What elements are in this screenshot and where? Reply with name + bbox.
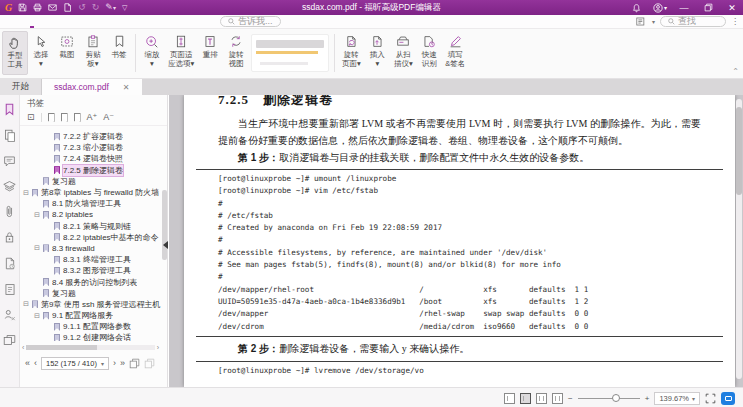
snapshot-button[interactable]: 截图 [54, 31, 80, 75]
new-doc-icon[interactable] [63, 3, 72, 12]
quick-recognize-button[interactable]: 快速 识别 [416, 31, 442, 75]
previous-view-icon[interactable] [129, 358, 140, 369]
scroll-left-icon[interactable]: ‹ [22, 344, 24, 351]
fullscreen-icon[interactable] [705, 393, 716, 404]
hand-tool-button[interactable]: 手型 工具 [2, 31, 28, 75]
previous-page-button[interactable]: ‹ [34, 358, 37, 368]
menu-item[interactable] [8, 15, 24, 28]
facing-view-icon[interactable] [536, 393, 547, 404]
select-button[interactable]: 选择 ▾ [28, 31, 54, 75]
bookmark-item[interactable]: 8.2.1 策略与规则链 [20, 221, 161, 232]
page-number-input[interactable]: 152 (175 / 410) ▾ [41, 357, 109, 370]
bookmark-item[interactable]: 8.2.2 iptables中基本的命令 [20, 232, 161, 243]
scrollbar-thumb[interactable] [736, 107, 742, 195]
next-page-button[interactable]: › [113, 358, 116, 368]
mail-icon[interactable] [48, 3, 57, 12]
menu-item[interactable] [152, 15, 168, 28]
zoom-button[interactable]: 缩放 ▾ [139, 31, 165, 75]
larger-text-icon[interactable]: A⁺ [87, 113, 98, 122]
pen-icon[interactable]: ✎▾ [105, 3, 116, 13]
bookmark-item[interactable]: 复习题 [20, 176, 161, 187]
document-viewport[interactable]: 7.2.5 删除逻辑卷 当生产环境中想要重新部署 LVM 或者不再需要使用 LV… [169, 95, 743, 387]
menu-item[interactable] [104, 15, 120, 28]
menu-item[interactable] [72, 15, 88, 28]
continuous-facing-view-icon[interactable] [552, 393, 563, 404]
fit-page-options-button[interactable]: 页面适 应选项▾ [165, 31, 197, 75]
expand-bookmark-icon[interactable] [48, 113, 55, 122]
stamp-icon[interactable] [4, 309, 16, 321]
close-tab-icon[interactable]: ✕ [123, 83, 130, 92]
zoom-slider[interactable] [578, 398, 640, 399]
expand-toggle-icon[interactable]: ⊟ [34, 244, 43, 252]
account-icon[interactable]: ▾ [649, 0, 671, 15]
bookmark-item[interactable]: 7.2.2 扩容逻辑卷 [20, 131, 161, 142]
bookmark-item[interactable]: 9.1.1 配置网络参数 [20, 321, 161, 332]
add-bookmark-icon[interactable] [61, 113, 68, 122]
bookmark-button[interactable]: 书签 [106, 31, 132, 75]
first-page-button[interactable]: « [25, 358, 30, 368]
menu-item[interactable] [120, 15, 136, 28]
expand-toggle-icon[interactable]: ⊟ [23, 300, 32, 308]
menu-item[interactable] [56, 15, 72, 28]
next-view-icon[interactable] [144, 358, 155, 369]
customize-toolbar-icon[interactable]: ▽ [122, 3, 127, 12]
digital-signature-icon[interactable] [4, 257, 16, 270]
menu-item[interactable] [88, 15, 104, 28]
panel-horizontal-scrollbar[interactable]: ‹ › [22, 344, 159, 351]
destinations-icon[interactable] [4, 283, 16, 296]
smaller-text-icon[interactable]: A⁻ [103, 113, 114, 122]
reflow-button[interactable]: 重排 [197, 31, 223, 75]
bookmark-item[interactable]: ⊟ 8.3 firewalld [20, 243, 161, 254]
menu-item[interactable] [24, 15, 40, 28]
bookmark-item[interactable]: ⊟ 第8章 iptables 与 firewalld 防火墙 [20, 187, 161, 198]
bookmark-item[interactable]: 8.4 服务的访问控制列表 [20, 276, 161, 287]
menu-item[interactable] [200, 15, 216, 28]
single-page-view-icon[interactable] [504, 393, 515, 404]
security-icon[interactable] [4, 231, 15, 244]
bookmark-item[interactable]: 复习题 [20, 288, 161, 299]
panel-collapse-handle[interactable] [163, 241, 168, 249]
zoom-out-icon[interactable]: − [568, 394, 573, 403]
bookmark-item[interactable]: ⊟ 8.2 iptables [20, 209, 161, 220]
view-options-icon[interactable] [636, 17, 647, 26]
undo-icon[interactable]: ↺ [78, 3, 86, 12]
bookmark-item[interactable]: 7.2.4 逻辑卷快照 [20, 153, 161, 164]
chevron-down-icon[interactable]: ▾ [652, 18, 655, 25]
clipboard-button[interactable]: 剪贴 板▾ [80, 31, 106, 75]
rotate-page-button[interactable]: 旋转 页面▾ [338, 31, 364, 75]
next-bookmark-icon[interactable] [74, 113, 81, 122]
menu-item[interactable] [40, 15, 56, 28]
zoom-slider-thumb[interactable] [612, 394, 620, 402]
collapse-ribbon-icon[interactable]: ⌃ [732, 67, 739, 76]
more-options-icon[interactable]: ⋮ [731, 17, 739, 26]
split-view-icon[interactable] [3, 334, 16, 346]
last-page-button[interactable]: » [120, 358, 125, 368]
expand-toggle-icon[interactable]: ⊟ [34, 312, 43, 320]
bell-icon[interactable] [625, 0, 647, 15]
layers-icon[interactable] [3, 180, 16, 192]
bookmark-item[interactable]: 8.3.2 图形管理工具 [20, 265, 161, 276]
continuous-view-icon[interactable] [520, 393, 531, 404]
page-thumbnails-icon[interactable] [4, 129, 16, 142]
fill-sign-button[interactable]: 填写 &签名 [442, 31, 468, 75]
tab-document[interactable]: ssdax.com.pdf ✕ [42, 79, 142, 95]
menu-item[interactable] [168, 15, 184, 28]
bookmark-item[interactable]: 9.1.2 创建网络会话 [20, 332, 161, 341]
scroll-right-icon[interactable]: › [157, 344, 159, 351]
bookmark-item[interactable]: 7.2.3 缩小逻辑卷 [20, 142, 161, 153]
zoom-in-icon[interactable]: + [645, 394, 650, 403]
from-scanner-button[interactable]: 从扫 描仪▾ [390, 31, 416, 75]
bookmark-item[interactable]: ⊟ 第9章 使用 ssh 服务管理远程主机 [20, 299, 161, 310]
tell-me-search[interactable]: 告诉我... [220, 16, 281, 27]
print-icon[interactable] [33, 3, 42, 12]
zoom-level-input[interactable]: 139.67% ▾ [654, 392, 700, 405]
expand-toggle-icon[interactable]: ⊟ [23, 189, 32, 197]
find-input[interactable]: 查找 [660, 16, 726, 27]
menu-item[interactable] [136, 15, 152, 28]
expand-toggle-icon[interactable]: ⊟ [34, 211, 43, 219]
panel-vertical-scrollbar[interactable] [162, 190, 167, 260]
assistant-icon[interactable] [721, 392, 735, 405]
bookmark-item[interactable]: 8.1 防火墙管理工具 [20, 198, 161, 209]
bookmark-item[interactable]: 7.2.5 删除逻辑卷 [20, 165, 161, 176]
bookmark-item[interactable]: ⊟ 9.1 配置网络服务 [20, 310, 161, 321]
